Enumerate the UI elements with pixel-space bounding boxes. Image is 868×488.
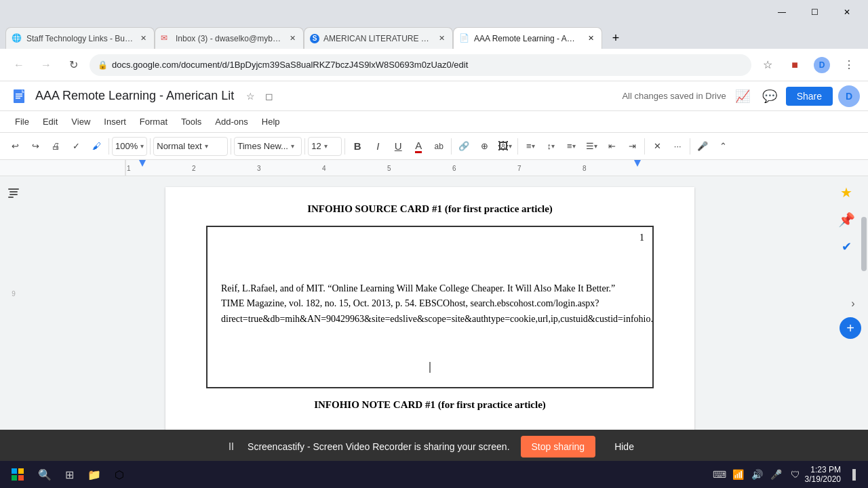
- link-button[interactable]: 🔗: [454, 136, 473, 157]
- menu-tools[interactable]: Tools: [174, 114, 208, 129]
- insert-image-button[interactable]: 🖼 ▾: [495, 136, 515, 157]
- profile-button[interactable]: D: [811, 54, 833, 76]
- svg-rect-20: [12, 468, 17, 474]
- bulleted-list-button[interactable]: ☰▾: [582, 136, 601, 157]
- align-button[interactable]: ≡▾: [521, 136, 540, 157]
- hide-button[interactable]: Hide: [606, 436, 642, 458]
- forward-button[interactable]: →: [35, 54, 57, 76]
- font-select[interactable]: Times New... ▾: [234, 137, 302, 156]
- scroll-right[interactable]: ›: [845, 296, 861, 312]
- star-button[interactable]: ☆: [242, 88, 258, 104]
- indent-decrease-button[interactable]: ⇤: [602, 136, 621, 157]
- line-spacing-button[interactable]: ↕▾: [541, 136, 560, 157]
- svg-text:7: 7: [517, 165, 521, 172]
- security-icon[interactable]: 🛡: [789, 468, 802, 481]
- explore-icon[interactable]: ★: [835, 182, 857, 203]
- indent-increase-button[interactable]: ⇥: [623, 136, 642, 157]
- tab-3[interactable]: S AMERICAN LITERATURE & CO... ✕: [304, 27, 453, 49]
- text-color-button[interactable]: A: [409, 136, 428, 157]
- stop-sharing-button[interactable]: Stop sharing: [521, 436, 596, 458]
- font-size-arrow: ▾: [324, 142, 328, 150]
- close-button[interactable]: ✕: [831, 3, 863, 22]
- user-avatar[interactable]: D: [838, 85, 860, 107]
- share-button[interactable]: Share: [786, 87, 833, 106]
- paint-format-button[interactable]: 🖌: [87, 136, 106, 157]
- scroll-right-button[interactable]: ›: [845, 296, 861, 312]
- menu-file[interactable]: File: [8, 114, 36, 129]
- browser-taskbar-button[interactable]: ⬡: [109, 462, 130, 487]
- move-to-drive-button[interactable]: ◻: [261, 88, 277, 104]
- font-value: Times New...: [237, 141, 288, 151]
- menu-view[interactable]: View: [64, 114, 97, 129]
- menu-help[interactable]: Help: [255, 114, 287, 129]
- tab-4-label: AAA Remote Learning - Ameri...: [474, 34, 581, 43]
- keyboard-icon[interactable]: ⌨: [713, 468, 726, 481]
- italic-button[interactable]: I: [368, 136, 387, 157]
- maximize-button[interactable]: ☐: [799, 3, 830, 22]
- file-explorer-button[interactable]: 📁: [82, 462, 106, 487]
- notification-text: Screencastify - Screen Video Recorder is…: [248, 441, 509, 452]
- start-button[interactable]: [5, 462, 30, 487]
- redo-button[interactable]: ↪: [26, 136, 45, 157]
- separator-7: [517, 138, 518, 155]
- search-button[interactable]: 🔍: [33, 462, 57, 487]
- print-button[interactable]: 🖨: [46, 136, 65, 157]
- source-card-box[interactable]: 1 Reif, L.Rafael, and of MIT. “Online Le…: [206, 226, 654, 388]
- minimize-button[interactable]: —: [766, 3, 797, 22]
- volume-icon[interactable]: 🔊: [751, 468, 764, 481]
- style-select[interactable]: Normal text ▾: [153, 137, 228, 156]
- chrome-icon: ⬡: [115, 468, 124, 481]
- svg-text:8: 8: [583, 165, 587, 172]
- add-icon[interactable]: +: [840, 317, 861, 339]
- undo-button[interactable]: ↩: [5, 136, 24, 157]
- trend-icon[interactable]: 📈: [732, 85, 753, 107]
- insert-special-button[interactable]: ⊕: [475, 136, 494, 157]
- highlight-button[interactable]: ab: [429, 136, 448, 157]
- tab-3-close[interactable]: ✕: [436, 33, 447, 44]
- menu-bar: File Edit View Insert Format Tools Add-o…: [0, 111, 868, 133]
- svg-rect-16: [8, 188, 19, 190]
- tab-4-close[interactable]: ✕: [585, 33, 596, 44]
- url-bar[interactable]: 🔒 docs.google.com/document/d/1BpDyjcm39S…: [90, 54, 751, 76]
- expand-button[interactable]: ⌃: [713, 136, 732, 157]
- bookmark-button[interactable]: ☆: [757, 54, 778, 76]
- mic-taskbar-icon[interactable]: 🎤: [770, 468, 783, 481]
- numbered-list-button[interactable]: ≡▾: [561, 136, 580, 157]
- spell-check-button[interactable]: ✓: [66, 136, 85, 157]
- source-card-content: Reif, L.Rafael, and of MIT. “Online Lear…: [221, 281, 639, 327]
- extension-button[interactable]: ■: [784, 54, 806, 76]
- zoom-select[interactable]: 100% ▾: [112, 137, 147, 156]
- menu-format[interactable]: Format: [133, 114, 174, 129]
- menu-addons[interactable]: Add-ons: [208, 114, 254, 129]
- voice-input-button[interactable]: 🎤: [693, 136, 712, 157]
- taskbar-system-icons: ⌨ 📶 🔊 🎤 🛡: [713, 468, 802, 481]
- floating-add-button[interactable]: +: [840, 317, 861, 339]
- more-button[interactable]: ···: [668, 136, 687, 157]
- refresh-button[interactable]: ↻: [62, 54, 84, 76]
- show-desktop-button[interactable]: ▌: [849, 468, 863, 481]
- font-size-select[interactable]: 12 ▾: [308, 137, 342, 156]
- menu-edit[interactable]: Edit: [36, 114, 64, 129]
- tab-4[interactable]: 📄 AAA Remote Learning - Ameri... ✕: [453, 27, 602, 49]
- menu-button[interactable]: ⋮: [838, 54, 860, 76]
- svg-rect-22: [12, 475, 17, 481]
- new-tab-button[interactable]: +: [605, 27, 627, 49]
- keep-icon[interactable]: 📌: [835, 209, 857, 230]
- tab-2-close[interactable]: ✕: [287, 33, 298, 44]
- tab-1-close[interactable]: ✕: [138, 33, 149, 44]
- tab-1[interactable]: 🌐 Staff Technology Links - Buck... ✕: [5, 27, 155, 49]
- tab-2[interactable]: ✉ Inbox (3) - dwaselko@mybvls... ✕: [155, 27, 304, 49]
- menu-insert[interactable]: Insert: [97, 114, 133, 129]
- separator-9: [690, 138, 690, 155]
- taskbar-clock[interactable]: 1:23 PM 3/19/2020: [805, 465, 841, 484]
- task-view-button[interactable]: ⊞: [60, 462, 79, 487]
- outline-icon[interactable]: [3, 182, 24, 203]
- bold-button[interactable]: B: [348, 136, 367, 157]
- network-icon[interactable]: 📶: [732, 468, 745, 481]
- clear-format-button[interactable]: ✕: [648, 136, 667, 157]
- underline-button[interactable]: U: [389, 136, 408, 157]
- back-button[interactable]: ←: [8, 54, 30, 76]
- comment-icon[interactable]: 💬: [759, 85, 781, 107]
- scroll-thumb[interactable]: [861, 217, 867, 271]
- tasks-icon[interactable]: ✔: [835, 236, 857, 258]
